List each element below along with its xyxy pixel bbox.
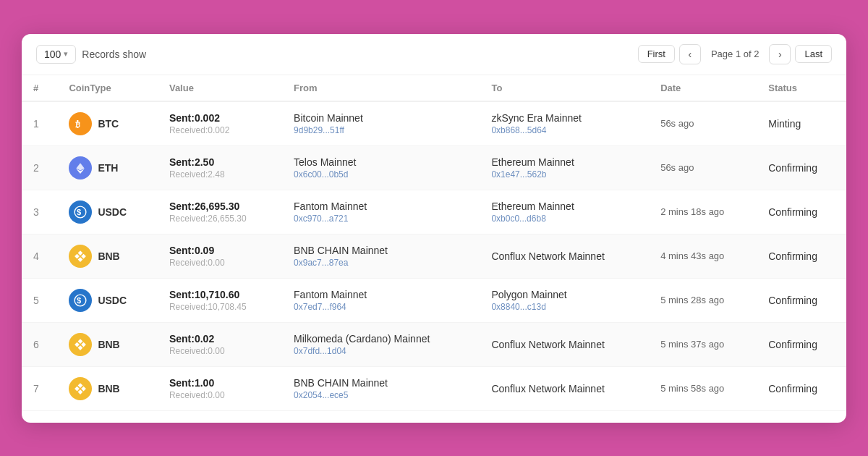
row-num: 6 xyxy=(22,322,57,366)
row-num: 5 xyxy=(22,278,57,322)
table-row: 1₿BTCSent:0.002Received:0.002Bitcoin Mai… xyxy=(22,101,846,146)
prev-page-button[interactable]: ‹ xyxy=(679,44,701,64)
col-to: To xyxy=(480,75,649,101)
svg-text:$: $ xyxy=(77,207,82,216)
col-status: Status xyxy=(757,75,846,101)
svg-marker-18 xyxy=(82,386,87,391)
chevron-down-icon: ▾ xyxy=(64,49,68,59)
from-address[interactable]: 9d9b29...51ff xyxy=(294,125,468,135)
from-address[interactable]: 0x7ed7...f964 xyxy=(294,302,468,312)
table-row: 6BNBSent:0.02Received:0.00Milkomeda (Car… xyxy=(22,322,846,366)
row-date: 5 mins 28s ago xyxy=(649,278,757,322)
row-num: 2 xyxy=(22,145,57,190)
svg-marker-17 xyxy=(75,386,80,391)
coin-label: BNB xyxy=(98,383,119,394)
svg-marker-8 xyxy=(82,253,87,258)
row-status: Confirming xyxy=(757,190,846,234)
row-value: Sent:0.002Received:0.002 xyxy=(158,101,282,146)
from-network: Telos Mainnet xyxy=(294,156,468,168)
to-network: Polygon Mainnet xyxy=(491,289,637,300)
svg-marker-15 xyxy=(78,383,83,388)
row-cointype: BNB xyxy=(57,234,158,278)
toolbar-left: 100 ▾ Records show xyxy=(36,45,146,64)
coin-icon xyxy=(69,377,92,400)
col-date: Date xyxy=(649,75,757,101)
table-row: 7BNBSent:1.00Received:0.00BNB CHAIN Main… xyxy=(22,366,846,410)
value-received: Received:0.002 xyxy=(169,125,271,135)
toolbar: 100 ▾ Records show First ‹ Page 1 of 2 ›… xyxy=(22,34,846,75)
to-address[interactable]: 0x1e47...562b xyxy=(491,169,637,180)
coin-icon: $ xyxy=(69,289,92,312)
from-network: Fantom Mainnet xyxy=(294,200,468,212)
row-date: 5 mins 58s ago xyxy=(649,366,757,410)
records-value: 100 xyxy=(44,48,61,60)
to-network: zkSync Era Mainnet xyxy=(491,112,637,124)
value-received: Received:0.00 xyxy=(169,258,271,268)
pagination: First ‹ Page 1 of 2 › Last xyxy=(638,44,832,64)
row-value: Sent:0.09Received:0.00 xyxy=(158,234,282,278)
row-to: Conflux Network Mainnet xyxy=(480,234,649,278)
row-cointype: BNB xyxy=(57,322,158,366)
last-page-button[interactable]: Last xyxy=(795,45,832,63)
from-address[interactable]: 0x7dfd...1d04 xyxy=(294,346,468,356)
table-header-row: # CoinType Value From To Date Status xyxy=(22,75,846,101)
value-sent: Sent:2.50 xyxy=(169,156,271,168)
from-address[interactable]: 0x9ac7...87ea xyxy=(294,258,468,268)
table-row: 2ETHSent:2.50Received:2.48Telos Mainnet0… xyxy=(22,145,846,190)
to-address[interactable]: 0x8840...c13d xyxy=(491,302,637,312)
row-cointype: BNB xyxy=(57,366,158,410)
from-network: Bitcoin Mainnet xyxy=(294,112,468,124)
row-to: zkSync Era Mainnet0xb868...5d64 xyxy=(480,101,649,146)
svg-marker-1 xyxy=(77,163,85,170)
coin-icon xyxy=(69,333,92,356)
main-container: 100 ▾ Records show First ‹ Page 1 of 2 ›… xyxy=(22,34,846,423)
from-address[interactable]: 0x6c00...0b5d xyxy=(294,169,468,180)
first-page-button[interactable]: First xyxy=(638,45,675,63)
value-received: Received:2.48 xyxy=(169,169,271,180)
svg-marker-7 xyxy=(75,253,80,258)
svg-marker-6 xyxy=(78,257,83,262)
col-num: # xyxy=(22,75,57,101)
coin-label: BNB xyxy=(98,339,119,350)
value-received: Received:0.00 xyxy=(169,346,271,356)
row-num: 1 xyxy=(22,101,57,146)
row-cointype: ETH xyxy=(57,145,158,190)
table-row: 3$USDCSent:26,695.30Received:26,655.30Fa… xyxy=(22,190,846,234)
row-num: 4 xyxy=(22,234,57,278)
from-network: BNB CHAIN Mainnet xyxy=(294,377,468,389)
from-network: Milkomeda (Cardano) Mainnet xyxy=(294,333,468,345)
value-sent: Sent:1.00 xyxy=(169,377,271,389)
svg-marker-16 xyxy=(78,389,83,394)
row-from: Telos Mainnet0x6c00...0b5d xyxy=(282,145,480,190)
coin-icon: $ xyxy=(69,200,92,224)
row-from: Fantom Mainnet0x7ed7...f964 xyxy=(282,278,480,322)
coin-icon xyxy=(69,156,92,180)
records-select[interactable]: 100 ▾ xyxy=(36,45,76,64)
row-status: Confirming xyxy=(757,322,846,366)
row-num: 3 xyxy=(22,190,57,234)
from-address[interactable]: 0xc970...a721 xyxy=(294,214,468,224)
row-to: Ethereum Mainnet0x1e47...562b xyxy=(480,145,649,190)
row-num: 7 xyxy=(22,366,57,410)
to-network: Conflux Network Mainnet xyxy=(491,383,637,394)
value-sent: Sent:0.02 xyxy=(169,333,271,345)
value-received: Received:0.00 xyxy=(169,390,271,400)
row-date: 5 mins 37s ago xyxy=(649,322,757,366)
next-page-button[interactable]: › xyxy=(769,44,791,64)
to-address[interactable]: 0xb0c0...d6b8 xyxy=(491,214,637,224)
row-from: BNB CHAIN Mainnet0x9ac7...87ea xyxy=(282,234,480,278)
coin-icon xyxy=(69,245,92,268)
to-network: Ethereum Mainnet xyxy=(491,156,637,168)
from-network: Fantom Mainnet xyxy=(294,289,468,300)
row-cointype: $USDC xyxy=(57,278,158,322)
row-date: 2 mins 18s ago xyxy=(649,190,757,234)
coin-icon: ₿ xyxy=(69,112,92,135)
coin-label: BNB xyxy=(98,250,119,262)
from-network: BNB CHAIN Mainnet xyxy=(294,245,468,256)
row-value: Sent:0.02Received:0.00 xyxy=(158,322,282,366)
row-status: Confirming xyxy=(757,278,846,322)
value-sent: Sent:26,695.30 xyxy=(169,200,271,212)
row-date: 56s ago xyxy=(649,145,757,190)
to-address[interactable]: 0xb868...5d64 xyxy=(491,125,637,135)
from-address[interactable]: 0x2054...ece5 xyxy=(294,390,468,400)
